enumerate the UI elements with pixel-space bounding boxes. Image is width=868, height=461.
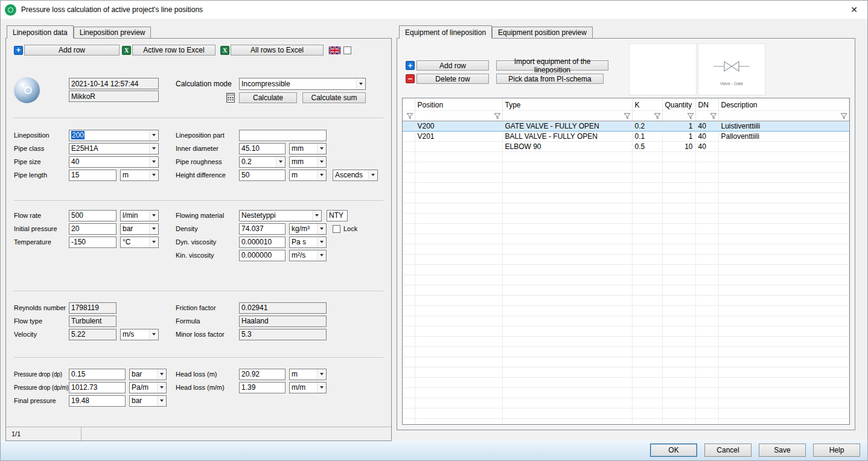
equipment-row-empty[interactable] [403, 346, 849, 357]
empty-cell[interactable] [415, 192, 502, 203]
empty-cell[interactable] [718, 223, 849, 234]
empty-cell[interactable] [415, 316, 502, 326]
dyn-viscosity-unit-select[interactable]: Pa s [289, 237, 327, 248]
empty-cell[interactable] [415, 264, 502, 275]
empty-cell[interactable] [403, 244, 415, 254]
equipment-row-empty[interactable] [403, 377, 849, 387]
empty-cell[interactable] [502, 316, 632, 326]
equipment-row-empty[interactable] [403, 285, 849, 295]
empty-cell[interactable] [662, 172, 695, 182]
empty-cell[interactable] [718, 203, 849, 213]
equipment-row-empty[interactable] [403, 316, 849, 326]
empty-cell[interactable] [502, 151, 632, 162]
cell-type[interactable]: BALL VALVE - FULLY OPEN [502, 131, 632, 141]
filter-funnel-icon[interactable] [406, 113, 413, 119]
empty-cell[interactable] [718, 275, 849, 285]
empty-cell[interactable] [695, 295, 718, 305]
empty-cell[interactable] [662, 357, 695, 367]
empty-cell[interactable] [502, 254, 632, 264]
pipe-roughness-unit-select[interactable]: mm [289, 156, 327, 168]
tab-equipment-of-lineposition[interactable]: Equipment of lineposition [399, 25, 492, 39]
calculator-icon[interactable] [226, 93, 235, 103]
empty-cell[interactable] [502, 182, 632, 192]
empty-cell[interactable] [403, 275, 415, 285]
empty-cell[interactable] [415, 213, 502, 223]
empty-cell[interactable] [632, 244, 662, 254]
cell-description[interactable] [718, 141, 849, 151]
empty-cell[interactable] [403, 172, 415, 182]
pick-data-pi-schema-button[interactable]: Pick data from PI-schema [496, 74, 604, 84]
cell-description[interactable]: Luistiventtiili [718, 121, 849, 131]
pipe-length-input[interactable]: 15 [69, 170, 116, 181]
empty-cell[interactable] [695, 213, 718, 223]
lineposition-part-input[interactable] [239, 130, 327, 141]
empty-cell[interactable] [403, 346, 415, 357]
empty-cell[interactable] [415, 305, 502, 316]
empty-cell[interactable] [403, 377, 415, 387]
empty-cell[interactable] [632, 151, 662, 162]
empty-cell[interactable] [718, 418, 849, 425]
empty-cell[interactable] [502, 377, 632, 387]
all-rows-to-excel-button[interactable]: All rows to Excel [231, 45, 324, 56]
empty-cell[interactable] [632, 408, 662, 418]
empty-cell[interactable] [718, 192, 849, 203]
empty-cell[interactable] [403, 408, 415, 418]
empty-cell[interactable] [502, 295, 632, 305]
empty-cell[interactable] [415, 162, 502, 172]
empty-cell[interactable] [415, 387, 502, 398]
empty-cell[interactable] [662, 346, 695, 357]
empty-cell[interactable] [632, 223, 662, 234]
empty-cell[interactable] [695, 398, 718, 408]
empty-cell[interactable] [662, 244, 695, 254]
equipment-row-empty[interactable] [403, 326, 849, 336]
filter-funnel-icon[interactable] [840, 113, 847, 119]
empty-cell[interactable] [632, 357, 662, 367]
empty-cell[interactable] [403, 357, 415, 367]
cell-k[interactable]: 0.1 [632, 131, 662, 141]
empty-cell[interactable] [502, 234, 632, 244]
empty-cell[interactable] [632, 336, 662, 346]
empty-cell[interactable] [502, 398, 632, 408]
empty-cell[interactable] [632, 234, 662, 244]
empty-cell[interactable] [718, 346, 849, 357]
empty-cell[interactable] [502, 264, 632, 275]
equipment-row-empty[interactable] [403, 254, 849, 264]
temperature-input[interactable]: -150 [69, 237, 116, 248]
equipment-row-empty[interactable] [403, 223, 849, 234]
empty-cell[interactable] [502, 213, 632, 223]
empty-cell[interactable] [502, 162, 632, 172]
empty-cell[interactable] [403, 418, 415, 425]
empty-cell[interactable] [403, 203, 415, 213]
empty-cell[interactable] [695, 316, 718, 326]
equipment-row-empty[interactable] [403, 234, 849, 244]
empty-cell[interactable] [403, 223, 415, 234]
empty-cell[interactable] [718, 357, 849, 367]
final-pressure-unit-select[interactable]: bar [129, 395, 167, 407]
empty-cell[interactable] [718, 162, 849, 172]
empty-cell[interactable] [662, 295, 695, 305]
pressure-drop-per-m-unit-select[interactable]: Pa/m [129, 382, 167, 393]
filter-funnel-icon[interactable] [710, 113, 717, 119]
filter-cell-description[interactable] [718, 110, 849, 121]
tab-lineposition-data[interactable]: Lineposition data [7, 25, 74, 39]
empty-cell[interactable] [415, 336, 502, 346]
empty-cell[interactable] [415, 182, 502, 192]
empty-cell[interactable] [415, 418, 502, 425]
flow-rate-input[interactable]: 500 [69, 210, 116, 221]
empty-cell[interactable] [415, 326, 502, 336]
empty-cell[interactable] [403, 367, 415, 377]
cell-position[interactable]: V201 [415, 131, 502, 141]
equipment-row-empty[interactable] [403, 408, 849, 418]
filter-cell-quantity[interactable] [662, 110, 695, 121]
empty-cell[interactable] [695, 203, 718, 213]
filter-funnel-icon[interactable] [624, 113, 631, 119]
pressure-drop-unit-select[interactable]: bar [129, 369, 167, 380]
equipment-row-empty[interactable] [403, 367, 849, 377]
empty-cell[interactable] [695, 192, 718, 203]
empty-cell[interactable] [403, 182, 415, 192]
cell-dn[interactable]: 40 [695, 141, 718, 151]
initial-pressure-unit-select[interactable]: bar [120, 223, 159, 235]
save-button[interactable]: Save [759, 444, 806, 457]
calculate-button[interactable]: Calculate [239, 92, 297, 103]
empty-cell[interactable] [502, 305, 632, 316]
